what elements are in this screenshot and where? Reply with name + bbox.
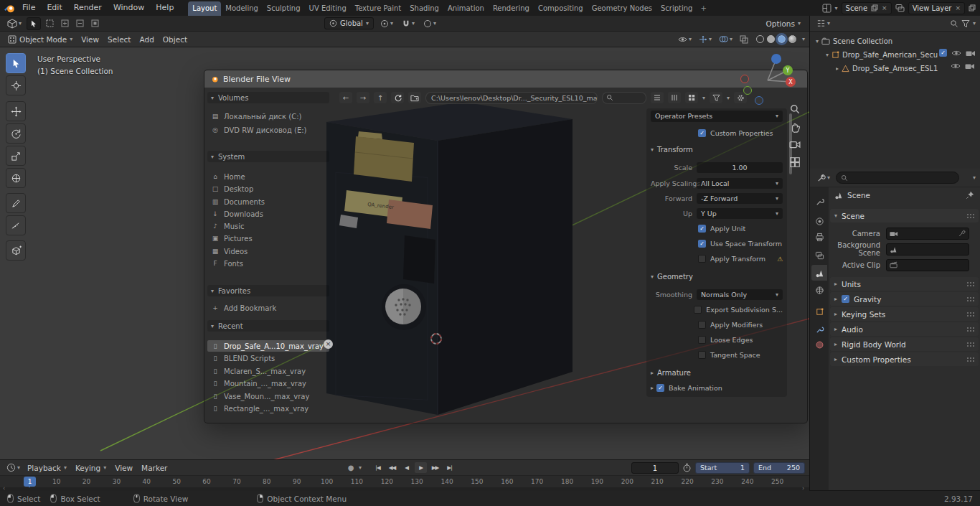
jump-to-start-button[interactable]: |◀: [372, 462, 384, 473]
options-button[interactable]: Options ▾: [762, 17, 804, 30]
tangent-space-checkbox[interactable]: Tangent Space: [651, 349, 783, 361]
file-section-favorites[interactable]: ▾Favorites: [207, 285, 329, 296]
view-layer-selector[interactable]: View Layer ×: [908, 2, 965, 14]
chevron-down-icon[interactable]: ▾: [802, 36, 805, 42]
pin-icon[interactable]: [966, 191, 974, 200]
gizmo-x-neg[interactable]: [741, 75, 749, 83]
tab-texture-paint[interactable]: Texture Paint: [351, 1, 406, 16]
jump-to-end-button[interactable]: ▶|: [443, 462, 456, 473]
previous-keyframe-button[interactable]: ◀◀: [386, 462, 398, 473]
tab-geometry-nodes[interactable]: Geometry Nodes: [588, 1, 656, 16]
properties-search-field[interactable]: [836, 172, 959, 184]
tab-compositing[interactable]: Compositing: [534, 1, 588, 16]
refresh-icon[interactable]: [391, 92, 404, 103]
up-icon[interactable]: ↑: [374, 92, 387, 103]
section-audio[interactable]: ▸Audio: [830, 322, 979, 336]
tab-shading[interactable]: Shading: [405, 1, 443, 16]
section-keying-sets[interactable]: ▸Keying Sets: [830, 307, 979, 321]
scroll-left-icon[interactable]: ‹: [3, 485, 5, 492]
camera-field[interactable]: [886, 228, 969, 240]
navigation-gizmo[interactable]: Y X: [725, 47, 804, 108]
tool-transform[interactable]: [6, 168, 26, 188]
editor-type-selector[interactable]: ▾: [814, 17, 832, 30]
scene-selector[interactable]: Scene ×: [842, 2, 892, 14]
hide-eye-icon[interactable]: [951, 50, 961, 57]
tab-scripting[interactable]: Scripting: [656, 1, 697, 16]
chevron-down-icon[interactable]: ▾: [826, 52, 829, 58]
show-overlays-icon[interactable]: ▾: [717, 33, 735, 46]
tool-rotate[interactable]: [6, 123, 26, 144]
shading-solid-icon[interactable]: [767, 35, 775, 43]
display-thumbnail-icon[interactable]: [685, 92, 698, 103]
add-workspace-button[interactable]: +: [697, 1, 710, 16]
section-transform[interactable]: ▾Transform: [651, 144, 783, 156]
file-path-field[interactable]: C:\Users\lenov\Desktop\Dr..._Security_ES…: [425, 92, 598, 104]
tab-animation[interactable]: Animation: [443, 1, 489, 16]
shading-material-icon[interactable]: [778, 35, 786, 43]
file-section-volumes[interactable]: ▾Volumes: [207, 92, 329, 103]
select-mode-invert-icon[interactable]: [89, 17, 101, 30]
close-icon[interactable]: ×: [882, 4, 887, 11]
menu-object[interactable]: Object: [159, 33, 191, 46]
chevron-down-icon[interactable]: ▾: [835, 5, 838, 11]
copy-icon[interactable]: [871, 4, 878, 11]
use-space-transform-checkbox[interactable]: ✓Use Space Transform: [651, 238, 783, 250]
gizmo-z-neg[interactable]: [755, 97, 763, 105]
bake-animation-checkbox[interactable]: ▸✓Bake Animation: [651, 382, 783, 394]
transform-orientation-select[interactable]: Global ▾: [324, 17, 374, 29]
smoothing-select[interactable]: SmoothingNormals Only▾: [651, 289, 783, 301]
file-item-videos[interactable]: ▦Videos: [207, 245, 329, 257]
shading-rendered-icon[interactable]: [788, 35, 796, 43]
recent-item[interactable]: ▯BLEND Scripts: [207, 352, 329, 364]
selectable-checkbox[interactable]: ✓: [939, 49, 947, 57]
tab-view-layer[interactable]: [811, 248, 827, 263]
active-tool-icon[interactable]: [27, 17, 41, 30]
eyedropper-icon[interactable]: [958, 230, 966, 237]
display-horizontal-list-icon[interactable]: [668, 92, 681, 103]
tool-cursor[interactable]: [6, 75, 26, 95]
tab-world[interactable]: [811, 282, 827, 298]
apply-scalings-select[interactable]: Apply ScalingsAll Local▾: [651, 177, 783, 189]
select-mode-subtract-icon[interactable]: [74, 17, 86, 30]
filter-icon[interactable]: [710, 92, 722, 103]
next-keyframe-button[interactable]: ▶▶: [429, 462, 441, 473]
file-item-pictures[interactable]: ▣Pictures: [207, 233, 329, 244]
file-section-recent[interactable]: ▾Recent: [207, 320, 329, 332]
menu-add[interactable]: Add: [136, 33, 158, 46]
outliner-object-row[interactable]: ▾ Drop_Safe_American_Security: [826, 48, 938, 61]
outliner-root-collection[interactable]: ▾ Scene Collection: [816, 34, 892, 47]
section-units[interactable]: ▸Units: [830, 277, 979, 291]
apply-unit-checkbox[interactable]: ✓Apply Unit: [651, 222, 783, 235]
file-search-field[interactable]: [602, 92, 646, 104]
gizmo-z-axis[interactable]: [771, 54, 781, 64]
close-icon[interactable]: ×: [955, 4, 961, 11]
select-mode-extend-icon[interactable]: [59, 17, 71, 30]
forward-icon[interactable]: →: [357, 92, 369, 103]
filter-icon[interactable]: [961, 19, 970, 28]
timeline-ruler[interactable]: 1 10203040506070809010011012013014015016…: [0, 475, 809, 487]
menu-view[interactable]: View: [77, 33, 103, 46]
pivot-point-icon[interactable]: ▾: [378, 17, 395, 30]
add-bookmark-button[interactable]: +Add Bookmark: [207, 302, 329, 314]
editor-type-selector[interactable]: ▾: [4, 462, 22, 474]
tool-annotate[interactable]: [6, 193, 26, 213]
chevron-down-icon[interactable]: ▾: [702, 95, 705, 101]
file-view-window[interactable]: Blender File View ▾Volumes ▤Локальный ди…: [204, 70, 808, 423]
tool-add-cube[interactable]: [6, 240, 26, 261]
display-vertical-list-icon[interactable]: [651, 92, 664, 103]
editor-type-selector[interactable]: ▾: [5, 17, 24, 30]
outliner-mesh-row[interactable]: ▸ Drop_Safe_Amsec_ESL10: [836, 62, 938, 75]
file-item-fonts[interactable]: FFonts: [207, 258, 329, 269]
section-geometry[interactable]: ▾Geometry: [651, 271, 783, 283]
operator-presets-select[interactable]: Operator Presets▾: [651, 110, 783, 122]
remove-recent-icon[interactable]: ×: [324, 339, 333, 349]
tool-measure[interactable]: [6, 215, 26, 235]
file-view-titlebar[interactable]: Blender File View: [204, 70, 807, 88]
end-frame-field[interactable]: End250: [753, 462, 805, 474]
start-frame-field[interactable]: Start1: [695, 462, 750, 474]
apply-modifiers-checkbox[interactable]: Apply Modifiers: [651, 319, 783, 331]
up-select[interactable]: UpY Up▾: [651, 207, 783, 220]
recent-item[interactable]: ▯Vase_Moun..._max_vray: [207, 390, 329, 402]
tab-modeling[interactable]: Modeling: [221, 1, 263, 16]
file-item-drive-e[interactable]: ◎DVD RW дисковод (E:): [207, 124, 329, 136]
